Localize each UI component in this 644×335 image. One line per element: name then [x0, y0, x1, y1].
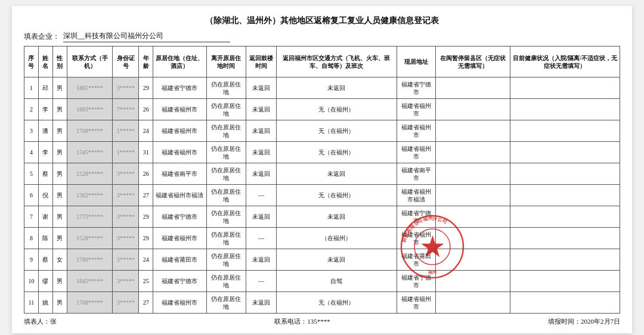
table-row: 11姚男1768*****3*****27福建省福州市仍在原居住地未返回无（在福…: [24, 292, 620, 314]
cell-seq: 3: [24, 120, 39, 142]
cell-stay: [436, 120, 510, 142]
cell-age: 27: [139, 292, 153, 314]
cell-returntime: 未返回: [246, 292, 277, 314]
cell-id: 1*****: [113, 142, 139, 163]
cell-gender: 男: [52, 228, 67, 249]
cell-name: 李: [38, 99, 52, 120]
cell-age: 29: [139, 206, 153, 228]
cell-gender: 男: [52, 99, 67, 120]
footer-phone: 联系电话：135****: [274, 317, 330, 326]
cell-transport: 未返回: [277, 249, 397, 271]
table-header-row: 序号 姓名 性别 联系方式（手机） 身份证号 年龄 原居住地（住址、酒店） 离开…: [24, 46, 620, 77]
cell-health: [510, 77, 620, 99]
cell-addr: 福建省莆田市: [397, 249, 436, 271]
cell-origin: 福建省福州市: [153, 99, 207, 120]
cell-transport: 无（在福州）: [277, 292, 397, 314]
cell-gender: 男: [52, 77, 67, 99]
col-gender-header: 性别: [52, 46, 67, 77]
cell-name: 蔡: [38, 163, 52, 185]
cell-phone: 1768*****: [67, 120, 112, 142]
col-origin-header: 原居住地（住址、酒店）: [153, 46, 207, 77]
cell-age: 31: [139, 142, 153, 163]
cell-seq: 2: [24, 99, 39, 120]
cell-origin: 福建省福州市: [153, 292, 207, 314]
cell-leavetime: 仍在原居住地: [206, 249, 246, 271]
cell-origin: 福建省莆田市: [153, 249, 207, 271]
cell-phone: 1528*****: [67, 163, 112, 185]
cell-id: 3*****: [113, 271, 139, 292]
table-row: 7谢男1775*****3*****29福建省宁德市仍在原居住地未返回未返回福建…: [24, 206, 620, 228]
col-returntime-header: 返回鼓楼时间: [246, 46, 277, 77]
cell-phone: 1865*****: [67, 77, 112, 99]
cell-health: [510, 99, 620, 120]
cell-leavetime: 仍在原居住地: [206, 99, 246, 120]
cell-stay: [436, 271, 510, 292]
cell-returntime: 未返回: [246, 249, 277, 271]
cell-transport: 未返回: [277, 206, 397, 228]
col-leavetime-header: 离开原居住地时间: [206, 46, 246, 77]
cell-returntime: —: [246, 228, 277, 249]
cell-health: [510, 228, 620, 249]
table-row: 9蔡女1780*****3*****24福建省莆田市仍在原居住地未返回未返回福建…: [24, 249, 620, 271]
cell-transport: 自驾: [277, 271, 397, 292]
cell-origin: 福建省福州市福清: [153, 185, 207, 206]
cell-origin: 福建省南平市: [153, 163, 207, 185]
company-name: 深圳__科技有限公司福州分公司: [63, 31, 230, 42]
cell-addr: 福建省福州市: [397, 99, 436, 120]
page: （除湖北、温州外）其他地区返榕复工复业人员健康信息登记表 填表企业： 深圳__科…: [12, 6, 632, 333]
cell-health: [510, 185, 620, 206]
cell-seq: 7: [24, 206, 39, 228]
cell-addr: 福建省福州市: [397, 292, 436, 314]
cell-age: 24: [139, 249, 153, 271]
cell-phone: 1775*****: [67, 206, 112, 228]
cell-addr: 福建省福州市: [397, 120, 436, 142]
col-name-header: 姓名: [38, 46, 52, 77]
cell-returntime: 未返回: [246, 99, 277, 120]
cell-transport: （在福州）: [277, 228, 397, 249]
cell-stay: [436, 228, 510, 249]
cell-leavetime: 仍在原居住地: [206, 228, 246, 249]
cell-id: 3*****: [113, 206, 139, 228]
cell-health: [510, 271, 620, 292]
cell-origin: 福建省宁德市: [153, 271, 207, 292]
cell-name: 潘: [38, 120, 52, 142]
cell-addr: 福建省宁德市: [397, 77, 436, 99]
cell-health: [510, 120, 620, 142]
main-title: （除湖北、温州外）其他地区返榕复工复业人员健康信息登记表: [24, 15, 620, 26]
cell-gender: 男: [52, 120, 67, 142]
col-addr-header: 现居地址: [397, 46, 436, 77]
cell-leavetime: 仍在原居住地: [206, 163, 246, 185]
table-body: 1邱男1865*****3*****29福建省宁德市仍在原居住地未返回未返回福建…: [24, 77, 620, 314]
cell-returntime: —: [246, 271, 277, 292]
cell-health: [510, 249, 620, 271]
cell-leavetime: 仍在原居住地: [206, 206, 246, 228]
cell-health: [510, 206, 620, 228]
cell-addr: 福建省福州市福清: [397, 185, 436, 206]
cell-returntime: 未返回: [246, 77, 277, 99]
cell-phone: 1345*****: [67, 142, 112, 163]
cell-stay: [436, 249, 510, 271]
cell-gender: 男: [52, 206, 67, 228]
cell-phone: 1845*****: [67, 271, 112, 292]
cell-addr: 福建省南平市: [397, 163, 436, 185]
cell-stay: [436, 99, 510, 120]
cell-id: 3*****: [113, 292, 139, 314]
col-seq-header: 序号: [24, 46, 39, 77]
cell-returntime: 未返回: [246, 206, 277, 228]
cell-gender: 男: [52, 163, 67, 185]
cell-id: 3*****: [113, 163, 139, 185]
company-label: 填表企业：: [24, 32, 60, 42]
table-row: 5蔡男1528*****3*****26福建省南平市仍在原居住地未返回未返回福建…: [24, 163, 620, 185]
cell-gender: 男: [52, 142, 67, 163]
cell-leavetime: 仍在原居住地: [206, 185, 246, 206]
cell-transport: 未返回: [277, 163, 397, 185]
table-row: 8陈男1528*****3*****29福建省福州市仍在原居住地—（在福州）福建…: [24, 228, 620, 249]
cell-gender: 女: [52, 249, 67, 271]
cell-id: 7*****: [113, 99, 139, 120]
cell-phone: 1768*****: [67, 292, 112, 314]
table-row: 2李男1803*****7*****26福建省福州市仍在原居住地未返回无（在福州…: [24, 99, 620, 120]
cell-id: 3*****: [113, 249, 139, 271]
cell-phone: 1528*****: [67, 228, 112, 249]
cell-transport: 无（在福州）: [277, 99, 397, 120]
cell-age: 27: [139, 185, 153, 206]
